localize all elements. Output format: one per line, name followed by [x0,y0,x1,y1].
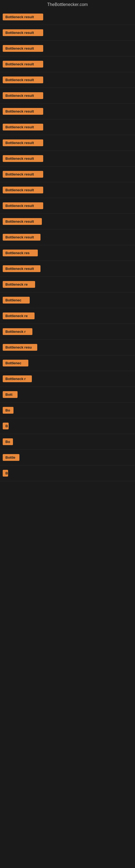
row-content: Bottleneck result [1,167,134,181]
bottleneck-badge[interactable]: Bottleneck result [3,203,43,209]
row-content: Bottleneck result [1,215,134,228]
bottleneck-row: Bottleneck result [0,151,135,166]
bottleneck-row: Bottleneck res [0,245,135,261]
row-content: Bottleneck resu [1,341,134,354]
bottleneck-badge[interactable]: Bottleneck result [3,108,43,115]
bottleneck-badge[interactable]: Bottleneck result [3,92,43,99]
bottleneck-badge[interactable]: Bottleneck result [3,155,43,162]
bottleneck-badge[interactable]: Bottleneck result [3,29,43,36]
bottleneck-badge[interactable]: Bottleneck result [3,171,43,178]
bottleneck-row: Bottle [0,450,135,465]
row-content: Bottleneck result [1,73,134,87]
bottleneck-row: Bottleneck result [0,166,135,182]
bottleneck-row: Bottleneck r [0,371,135,387]
row-content: Bottleneck result [1,58,134,71]
row-content: Bott [1,388,134,401]
row-content: Bottleneck r [1,325,134,338]
bottleneck-badge[interactable]: Bottlenec [3,360,28,367]
bottleneck-badge[interactable]: Bottlenec [3,297,30,304]
bottleneck-row: Bottleneck result [0,229,135,245]
bottleneck-badge[interactable]: Bottleneck result [3,265,41,272]
bottleneck-badge[interactable]: Bottleneck result [3,234,41,241]
bottleneck-badge[interactable]: Bottleneck r [3,328,32,335]
bottleneck-row: Bottleneck result [0,88,135,104]
bottleneck-row: Bottleneck result [0,25,135,41]
bottleneck-badge[interactable]: Bottleneck result [3,218,42,225]
row-content: Bottleneck result [1,183,134,197]
bottleneck-badge[interactable]: Bottleneck result [3,61,43,67]
bottleneck-badge[interactable]: Bottleneck result [3,13,43,20]
bottleneck-row: B [0,418,135,434]
bottleneck-badge[interactable]: Bottleneck result [3,140,43,146]
row-content: Bottleneck result [1,26,134,39]
row-content: Bottleneck res [1,246,134,259]
row-content: Bottleneck r [1,372,134,385]
bottleneck-row: Bottleneck re [0,277,135,292]
bottleneck-badge[interactable]: Bottle [3,454,19,461]
bottleneck-badge[interactable]: Bottleneck result [3,124,43,130]
bottleneck-row: Bottleneck result [0,182,135,198]
bottleneck-badge[interactable]: Bottleneck res [3,250,38,256]
row-content: Bottleneck result [1,262,134,275]
row-content: Bottleneck re [1,278,134,291]
bottleneck-row: Bottleneck result [0,135,135,151]
bottleneck-badge[interactable]: B [3,470,8,476]
row-content: Bottleneck re [1,309,134,322]
bottleneck-badge[interactable]: Bottleneck re [3,281,35,288]
row-content: Bottleneck result [1,89,134,102]
row-content: Bottlenec [1,356,134,370]
bottleneck-row: Bo [0,434,135,450]
bottleneck-badge[interactable]: Bottleneck resu [3,344,37,351]
bottleneck-row: Bottleneck result [0,198,135,214]
bottleneck-row: Bottleneck result [0,41,135,56]
bottleneck-row: Bottleneck result [0,214,135,229]
bottleneck-badge[interactable]: B [3,423,9,429]
row-content: B [1,467,134,480]
bottleneck-row: Bottleneck r [0,324,135,340]
bottleneck-badge[interactable]: Bottleneck re [3,312,35,319]
row-content: Bottlenec [1,293,134,307]
bottleneck-row: Bottleneck result [0,56,135,72]
row-content: Bottleneck result [1,120,134,134]
bottleneck-row: B [0,465,135,481]
row-content: Bottle [1,451,134,464]
row-content: Bottleneck result [1,105,134,118]
bottleneck-badge[interactable]: Bo [3,438,13,445]
bottleneck-row: Bott [0,387,135,403]
bottleneck-list: Bottleneck resultBottleneck resultBottle… [0,9,135,644]
site-title: TheBottlenecker.com [0,0,135,9]
bottleneck-row: Bottlenec [0,292,135,308]
row-content: Bottleneck result [1,230,134,244]
row-content: Bottleneck result [1,42,134,55]
bottleneck-row: Bottleneck result [0,261,135,277]
bottleneck-badge[interactable]: Bo [3,407,13,414]
bottleneck-row: Bottlenec [0,355,135,371]
bottleneck-badge[interactable]: Bott [3,391,17,398]
row-content: B [1,420,134,433]
bottleneck-row: Bottleneck result [0,9,135,25]
filler-area [0,481,135,644]
row-content: Bottleneck result [1,10,134,24]
row-content: Bo [1,435,134,448]
bottleneck-row: Bottleneck re [0,308,135,324]
row-content: Bottleneck result [1,136,134,150]
row-content: Bottleneck result [1,199,134,212]
bottleneck-row: Bo [0,403,135,418]
bottleneck-badge[interactable]: Bottleneck result [3,76,43,83]
bottleneck-badge[interactable]: Bottleneck result [3,45,43,52]
bottleneck-badge[interactable]: Bottleneck r [3,375,32,382]
bottleneck-row: Bottleneck resu [0,340,135,355]
bottleneck-badge[interactable]: Bottleneck result [3,187,43,193]
row-content: Bottleneck result [1,152,134,165]
bottleneck-row: Bottleneck result [0,104,135,119]
bottleneck-row: Bottleneck result [0,119,135,135]
row-content: Bo [1,404,134,417]
site-title-container: TheBottlenecker.com [0,0,135,9]
bottleneck-row: Bottleneck result [0,72,135,88]
